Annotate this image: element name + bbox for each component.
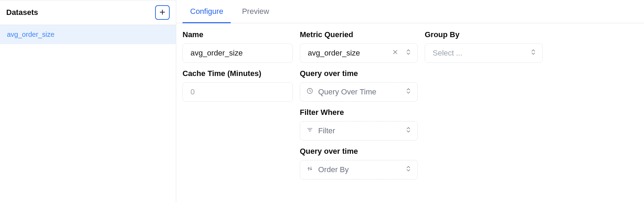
select-actions [392, 49, 412, 58]
metric-queried-select[interactable]: avg_order_size [300, 43, 418, 63]
field-cache-time: Cache Time (Minutes) [183, 69, 293, 102]
tabs: Configure Preview [176, 0, 644, 23]
main-panel: Configure Preview Name Metric Queried av… [176, 0, 644, 202]
sidebar-header: Datasets [0, 0, 176, 25]
field-label-name: Name [183, 30, 293, 39]
field-name: Name [183, 30, 293, 63]
filter-icon [306, 126, 313, 135]
chevrons-up-down-icon [405, 165, 412, 174]
field-query-over-time-1: Query over time Query Over Time [300, 69, 418, 102]
dataset-list: avg_order_size [0, 25, 176, 44]
select-actions [530, 49, 537, 58]
group-by-select[interactable]: Select ... [425, 43, 543, 63]
filter-where-select[interactable]: Filter [300, 121, 418, 141]
chevrons-up-down-icon [530, 49, 537, 58]
query-over-time-placeholder: Query Over Time [318, 87, 376, 96]
field-label-filter: Filter Where [300, 108, 418, 117]
clock-icon [306, 87, 313, 96]
clear-icon[interactable] [392, 49, 399, 58]
order-by-placeholder: Order By [318, 165, 349, 174]
field-group-by: Group By Select ... [425, 30, 543, 63]
tab-configure[interactable]: Configure [190, 7, 223, 23]
field-label-cache: Cache Time (Minutes) [183, 69, 293, 78]
spacer-1 [183, 108, 293, 141]
spacer-2 [183, 147, 293, 179]
query-over-time-select[interactable]: Query Over Time [300, 82, 418, 102]
form-row-4: Query over time Order By [183, 147, 638, 179]
group-by-placeholder: Select ... [433, 49, 463, 58]
configure-form: Name Metric Queried avg_order_size [176, 23, 644, 179]
metric-queried-value: avg_order_size [308, 49, 360, 58]
sidebar-title: Datasets [6, 8, 38, 17]
field-metric-queried: Metric Queried avg_order_size [300, 30, 418, 63]
plus-icon [159, 8, 166, 17]
tab-preview[interactable]: Preview [242, 7, 269, 23]
dataset-item[interactable]: avg_order_size [0, 25, 176, 44]
sidebar: Datasets avg_order_size [0, 0, 176, 202]
form-row-2: Cache Time (Minutes) Query over time Que… [183, 69, 638, 102]
tab-label: Preview [242, 7, 269, 16]
field-filter-where: Filter Where Filter [300, 108, 418, 141]
cache-time-input[interactable] [183, 82, 293, 102]
dataset-item-label: avg_order_size [7, 31, 54, 38]
field-query-over-time-2: Query over time Order By [300, 147, 418, 179]
form-row-1: Name Metric Queried avg_order_size [183, 30, 638, 63]
filter-where-placeholder: Filter [318, 126, 335, 135]
field-label-groupby: Group By [425, 30, 543, 39]
order-by-select[interactable]: Order By [300, 160, 418, 179]
field-label-qot: Query over time [300, 69, 418, 78]
field-label-metric: Metric Queried [300, 30, 418, 39]
chevrons-up-down-icon [405, 126, 412, 135]
chevrons-up-down-icon [405, 49, 412, 58]
form-row-3: Filter Where Filter [183, 108, 638, 141]
tab-label: Configure [190, 7, 223, 16]
field-label-qot2: Query over time [300, 147, 418, 156]
add-dataset-button[interactable] [155, 5, 170, 20]
sort-icon [306, 165, 313, 174]
name-input[interactable] [183, 43, 293, 63]
chevrons-up-down-icon [405, 87, 412, 96]
app-root: Datasets avg_order_size Configure Previe… [0, 0, 644, 202]
